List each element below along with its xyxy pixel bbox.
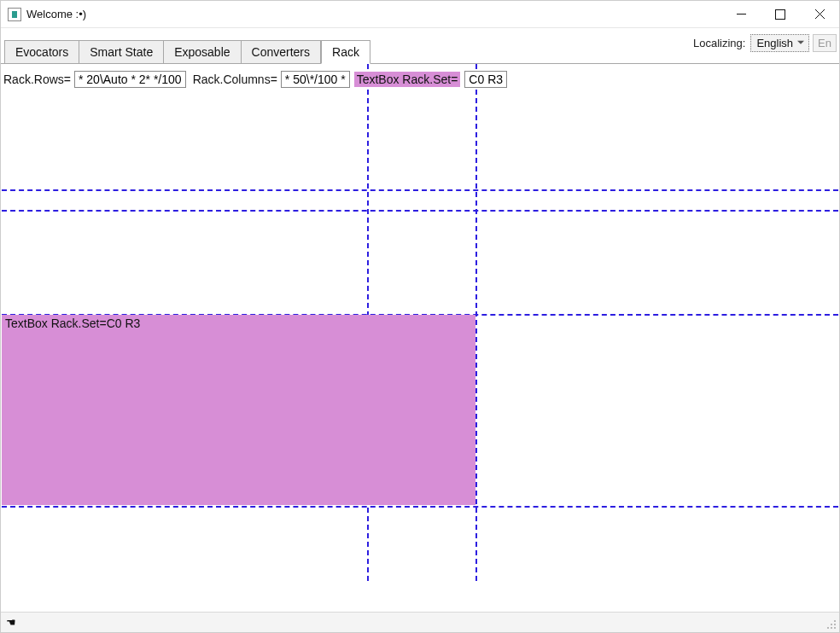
rack-rows-label: Rack.Rows=	[2, 73, 73, 86]
rack-rows-value[interactable]: * 20\Auto * 2* */100	[74, 71, 186, 88]
tab-evocators[interactable]: Evocators	[4, 40, 79, 64]
tab-smart-state[interactable]: Smart State	[79, 40, 164, 64]
rack-row-divider	[2, 210, 838, 212]
rack-cols-label: Rack.Columns=	[191, 73, 279, 86]
status-bar: ☚	[1, 612, 839, 632]
rack-config-row: Rack.Rows= * 20\Auto * 2* */100 Rack.Col…	[2, 71, 507, 88]
rack-set-overlay[interactable]: TextBox Rack.Set=C0 R3	[2, 315, 475, 505]
tab-rack[interactable]: Rack	[321, 40, 370, 64]
language-short-button[interactable]: En	[813, 34, 837, 52]
language-dropdown[interactable]: English	[750, 34, 809, 52]
window-controls	[721, 1, 839, 27]
rack-row-divider	[2, 506, 838, 508]
rack-set-value[interactable]: C0 R3	[464, 71, 507, 88]
tab-exposable[interactable]: Exposable	[164, 40, 241, 64]
rack-row-divider	[2, 189, 838, 191]
minimize-button[interactable]	[721, 1, 761, 27]
window-title: Welcome :•)	[26, 8, 86, 20]
rack-col-divider	[475, 64, 477, 581]
rack-set-label: TextBox Rack.Set=	[354, 72, 461, 87]
maximize-button[interactable]	[761, 1, 800, 27]
rack-cols-value[interactable]: * 50\*/100 *	[281, 71, 350, 88]
localizing-controls: Localizing: English En	[693, 34, 837, 52]
tab-converters[interactable]: Converters	[242, 40, 321, 64]
resize-grip[interactable]	[827, 620, 837, 630]
localizing-label: Localizing:	[693, 37, 747, 49]
rack-area: Rack.Rows= * 20\Auto * 2* */100 Rack.Col…	[1, 64, 839, 612]
app-icon	[8, 8, 21, 21]
titlebar: Welcome :•)	[1, 1, 839, 28]
close-button[interactable]	[800, 1, 839, 27]
status-hand-icon: ☚	[6, 616, 16, 629]
